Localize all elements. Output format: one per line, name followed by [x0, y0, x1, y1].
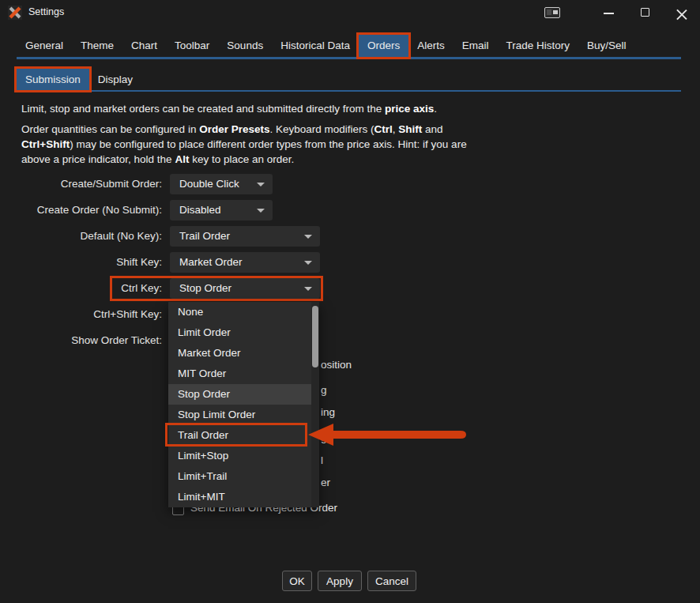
menu-item-none[interactable]: None	[168, 302, 319, 322]
tab-buy-sell[interactable]: Buy/Sell	[578, 35, 635, 57]
menu-item-market-order[interactable]: Market Order	[168, 343, 319, 364]
intro-paragraph-2: Order quantities can be configured in Or…	[21, 122, 467, 167]
obscured-label-fragment: er	[321, 477, 330, 488]
title-bar: Settings	[0, 0, 700, 25]
apply-button[interactable]: Apply	[318, 571, 362, 591]
shift-key-dropdown[interactable]: Market Order	[170, 252, 320, 273]
obscured-label-fragment: osition	[321, 359, 352, 371]
minimize-button[interactable]	[604, 13, 614, 14]
create-submit-order-dropdown[interactable]: Double Click	[170, 174, 273, 194]
monitor-icon-stripe	[547, 9, 551, 15]
cancel-button[interactable]: Cancel	[367, 571, 416, 591]
obscured-label-fragment: g	[321, 384, 327, 396]
dropdown-scrollbar-thumb[interactable]	[312, 306, 318, 367]
tab-trade-history[interactable]: Trade History	[497, 35, 578, 57]
monitor-icon[interactable]	[544, 7, 560, 18]
label-ctrl-shift-key: Ctrl+Shift Key:	[0, 304, 162, 325]
tab-orders[interactable]: Orders	[359, 35, 408, 57]
tab-email[interactable]: Email	[453, 35, 498, 57]
tab-historical-data[interactable]: Historical Data	[272, 35, 359, 57]
create-order-no-submit-dropdown[interactable]: Disabled	[170, 200, 273, 220]
monitor-icon-inner	[553, 10, 558, 14]
obscured-label-fragment: l	[321, 454, 323, 466]
settings-window: Settings General Theme Chart Toolbar Sou…	[0, 0, 700, 603]
chevron-down-icon	[304, 261, 312, 265]
chevron-down-icon	[304, 287, 312, 291]
menu-item-limit-stop[interactable]: Limit+Stop	[168, 446, 319, 466]
label-create-submit-order: Create/Submit Order:	[0, 174, 162, 194]
tab-chart[interactable]: Chart	[122, 35, 166, 57]
dropdown-scrollbar-track[interactable]	[311, 302, 319, 507]
maximize-button[interactable]	[641, 8, 649, 17]
menu-item-trail-order[interactable]: Trail Order	[168, 425, 319, 446]
close-button[interactable]	[676, 8, 687, 18]
tab-theme[interactable]: Theme	[72, 35, 122, 57]
subtab-display[interactable]: Display	[89, 69, 141, 90]
menu-item-mit-order[interactable]: MIT Order	[168, 364, 319, 384]
obscured-label-fragment: g	[321, 432, 327, 443]
chevron-down-icon	[304, 235, 312, 239]
menu-item-limit-mit[interactable]: Limit+MIT	[168, 487, 319, 507]
label-show-order-ticket: Show Order Ticket:	[0, 330, 162, 351]
label-create-order-no-submit: Create Order (No Submit):	[0, 200, 162, 220]
sub-tab-bar: Submission Display	[17, 69, 681, 92]
annotation-arrow-icon	[307, 420, 472, 449]
label-ctrl-key: Ctrl Key:	[0, 278, 162, 299]
window-title: Settings	[28, 6, 64, 17]
menu-item-limit-order[interactable]: Limit Order	[168, 322, 319, 343]
tab-toolbar[interactable]: Toolbar	[166, 35, 218, 57]
label-default-no-key: Default (No Key):	[0, 226, 162, 247]
subtab-submission[interactable]: Submission	[17, 69, 89, 90]
tab-general[interactable]: General	[17, 35, 72, 57]
tab-alerts[interactable]: Alerts	[408, 35, 453, 57]
obscured-label-fragment: ing	[321, 406, 335, 418]
main-tab-bar: General Theme Chart Toolbar Sounds Histo…	[17, 35, 681, 59]
ok-button[interactable]: OK	[282, 571, 312, 591]
chevron-down-icon	[257, 183, 265, 187]
label-shift-key: Shift Key:	[0, 252, 162, 273]
menu-item-limit-trail[interactable]: Limit+Trail	[168, 466, 319, 487]
menu-item-stop-limit-order[interactable]: Stop Limit Order	[168, 405, 319, 425]
tab-sounds[interactable]: Sounds	[218, 35, 272, 57]
intro-paragraph-1: Limit, stop and market orders can be cre…	[21, 101, 437, 116]
default-no-key-dropdown[interactable]: Trail Order	[170, 226, 320, 247]
chevron-down-icon	[257, 209, 265, 213]
menu-item-stop-order[interactable]: Stop Order	[168, 384, 319, 405]
ctrl-key-dropdown-menu: None Limit Order Market Order MIT Order …	[168, 302, 319, 507]
app-logo-icon	[8, 6, 22, 20]
ctrl-key-dropdown[interactable]: Stop Order	[170, 278, 320, 299]
